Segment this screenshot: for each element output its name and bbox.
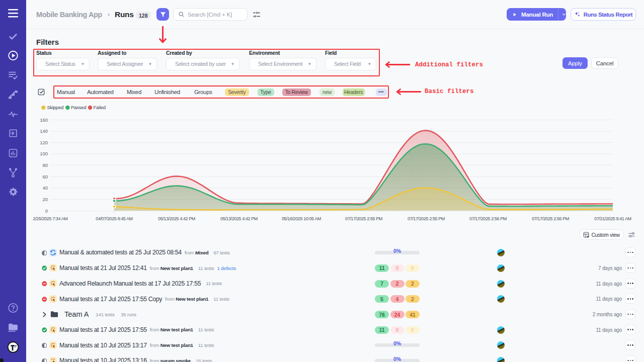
svg-text:07/17/2025 2:56 PM: 07/17/2025 2:56 PM <box>469 216 507 221</box>
svg-text:Failed: Failed <box>94 105 106 110</box>
svg-text:05/16/2025 10:05 AM: 05/16/2025 10:05 AM <box>282 216 321 221</box>
svg-text:120: 120 <box>40 140 48 145</box>
svg-text:40: 40 <box>42 185 48 191</box>
svg-text:140: 140 <box>40 128 48 134</box>
svg-text:07/17/2025 2:55 PM: 07/17/2025 2:55 PM <box>345 216 382 221</box>
svg-text:0: 0 <box>45 208 48 214</box>
svg-text:05/13/2025 4:42 PM: 05/13/2025 4:42 PM <box>220 216 258 221</box>
svg-text:60: 60 <box>42 174 48 179</box>
svg-text:2/25/2025 7:34 AM: 2/25/2025 7:34 AM <box>33 216 68 221</box>
svg-text:04/07/2025 8:45 AM: 04/07/2025 8:45 AM <box>96 216 132 221</box>
svg-text:07/17/2025 2:56 PM: 07/17/2025 2:56 PM <box>532 216 569 221</box>
svg-text:20: 20 <box>42 197 48 202</box>
svg-text:160: 160 <box>40 117 48 123</box>
svg-text:80: 80 <box>42 162 48 168</box>
svg-text:07/17/2025 2:55 PM: 07/17/2025 2:55 PM <box>408 216 445 221</box>
svg-text:Skipped: Skipped <box>47 105 63 110</box>
svg-text:Passed: Passed <box>71 105 86 110</box>
svg-text:100: 100 <box>40 151 48 156</box>
svg-text:07/21/2025 9:41 AM: 07/21/2025 9:41 AM <box>594 216 631 221</box>
svg-text:05/13/2025 4:42 PM: 05/13/2025 4:42 PM <box>158 216 195 221</box>
